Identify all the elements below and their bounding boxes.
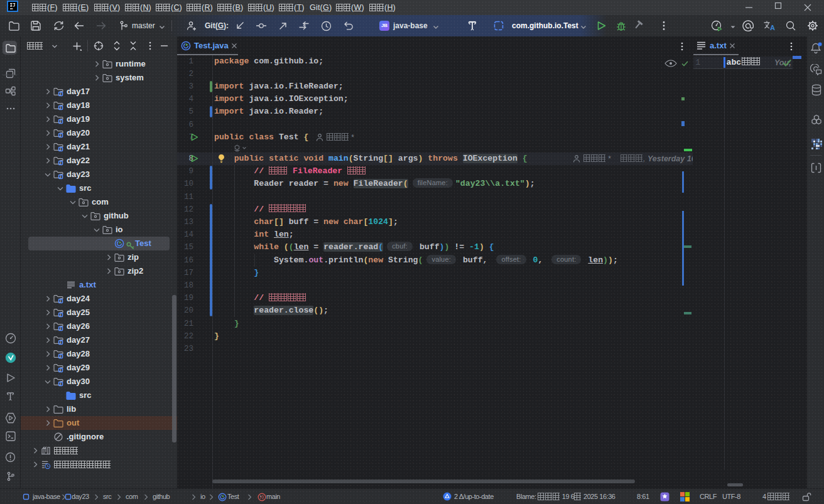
svg-text:A: A: [770, 24, 775, 31]
